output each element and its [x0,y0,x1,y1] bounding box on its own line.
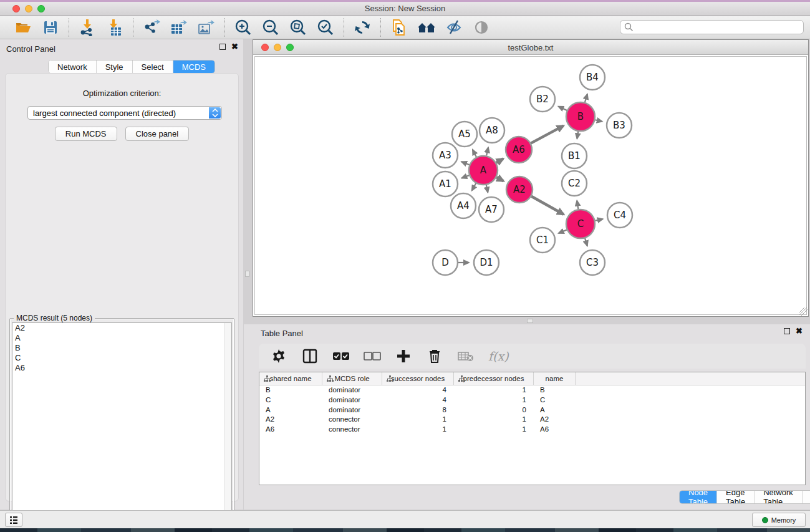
search-field[interactable] [620,20,804,34]
close-panel-button[interactable]: Close panel [125,127,190,141]
edge-A-A3[interactable] [461,162,470,165]
node-C[interactable]: C [566,210,595,238]
cell-shared-name[interactable]: C [259,395,322,405]
cell-shared-name[interactable]: A2 [259,415,322,425]
cell-shared-name[interactable]: A [259,405,322,415]
delete-column-icon[interactable] [426,347,443,365]
cell-predecessor-nodes[interactable]: 1 [454,425,534,435]
refresh-icon[interactable] [353,18,372,37]
network-canvas[interactable]: AA6A2BCA1A3A4A5A7A8B1B2B3B4C1C2C3C4DD1 [254,56,807,315]
cell-MCDS-role[interactable]: dominator [322,385,382,395]
show-columns-icon[interactable] [301,347,319,365]
open-folder-icon[interactable] [14,18,32,37]
edge-B-B3[interactable] [595,120,602,122]
float-table-panel-icon[interactable] [784,328,790,334]
search-input[interactable] [634,23,803,32]
horizontal-splitter-grip[interactable] [527,319,533,323]
edge-C-C3[interactable] [585,238,587,246]
cell-name[interactable]: A6 [534,425,576,435]
cell-name[interactable]: C [534,395,576,405]
zoom-out-icon[interactable] [261,18,280,37]
cell-MCDS-role[interactable]: connector [322,415,382,425]
export-image-icon[interactable] [197,18,216,37]
column-header-predecessor-nodes[interactable]: predecessor nodes [454,372,534,385]
table-row[interactable]: Bdominator41B [259,385,805,395]
table-row[interactable]: Adominator80A [259,405,805,415]
edge-A6-B[interactable] [531,126,563,143]
node-A2[interactable]: A2 [506,177,533,203]
mcds-result-item[interactable]: B [12,343,231,353]
edge-B-B4[interactable] [585,94,587,102]
node-A8[interactable]: A8 [480,118,504,143]
vertical-splitter-grip[interactable] [245,271,249,277]
export-network-icon[interactable] [142,18,161,37]
node-A[interactable]: A [469,156,498,185]
memory-button[interactable]: Memory [752,513,806,527]
table-row[interactable]: A2connector11A2 [259,415,805,425]
cell-predecessor-nodes[interactable]: 0 [454,405,534,415]
edge-A-A2[interactable] [496,177,503,181]
node-B1[interactable]: B1 [562,143,587,168]
float-panel-icon[interactable] [219,44,226,50]
edge-A-A7[interactable] [486,185,488,193]
table-row[interactable]: A6connector11A6 [259,425,805,435]
tab-node-table[interactable]: Node Table [680,491,717,503]
node-D1[interactable]: D1 [474,250,499,275]
edge-A-A5[interactable] [473,150,476,157]
column-header-successor-nodes[interactable]: successor nodes [382,372,454,385]
node-table[interactable]: shared nameMCDS rolesuccessor nodesprede… [259,372,806,485]
cell-shared-name[interactable]: B [259,385,322,395]
node-C4[interactable]: C4 [607,203,632,228]
tab-style[interactable]: Style [97,60,133,73]
cell-shared-name[interactable]: A6 [259,425,322,435]
edge-A-A4[interactable] [472,183,476,191]
mcds-result-item[interactable]: A6 [12,363,231,373]
node-D[interactable]: D [433,250,458,275]
cell-successor-nodes[interactable]: 4 [382,385,454,395]
edge-A-A6[interactable] [496,159,503,163]
close-panel-icon[interactable]: ✖ [231,44,238,50]
tab-edge-table[interactable]: Edge Table [717,491,755,503]
tab-motifs[interactable]: Motifs [803,491,810,503]
import-network-icon[interactable] [78,18,97,37]
column-header-MCDS-role[interactable]: MCDS role [322,372,382,385]
table-row[interactable]: Cdominator41C [259,395,805,405]
cell-predecessor-nodes[interactable]: 1 [454,385,534,395]
node-C2[interactable]: C2 [562,171,587,196]
node-A6[interactable]: A6 [506,137,532,163]
node-A7[interactable]: A7 [479,197,504,222]
cell-MCDS-role[interactable]: dominator [322,395,382,405]
column-header-name[interactable]: name [534,372,576,385]
run-mcds-button[interactable]: Run MCDS [55,127,117,141]
cell-name[interactable]: A2 [534,415,576,425]
add-column-icon[interactable] [395,347,412,365]
edge-A-A1[interactable] [461,175,469,178]
cell-name[interactable]: B [534,385,576,395]
edge-C-C4[interactable] [595,219,602,221]
node-B4[interactable]: B4 [580,65,605,90]
node-A1[interactable]: A1 [433,172,458,196]
node-C1[interactable]: C1 [530,228,555,253]
mcds-result-item[interactable]: C [12,353,231,363]
settings-gear-icon[interactable] [270,347,287,365]
network-graph[interactable]: AA6A2BCA1A3A4A5A7A8B1B2B3B4C1C2C3C4DD1 [255,57,808,316]
node-C3[interactable]: C3 [580,250,605,275]
node-A3[interactable]: A3 [433,143,458,168]
tab-network[interactable]: Network [49,60,97,73]
tab-mcds[interactable]: MCDS [173,60,215,73]
select-all-checkboxes-icon[interactable] [332,347,350,365]
window-resize-grip[interactable] [799,307,808,316]
export-table-icon[interactable] [170,18,188,37]
save-session-icon[interactable] [41,18,60,37]
cell-successor-nodes[interactable]: 8 [382,405,454,415]
cell-predecessor-nodes[interactable]: 1 [454,395,534,405]
node-A5[interactable]: A5 [452,122,477,147]
zoom-selected-icon[interactable] [316,18,335,37]
result-scrollbar[interactable] [224,323,231,530]
tab-network-table[interactable]: Network Table [755,491,803,503]
node-A4[interactable]: A4 [451,193,476,218]
tab-select[interactable]: Select [133,60,173,73]
birdseye-view-icon[interactable] [472,18,491,37]
node-B[interactable]: B [566,102,595,131]
cell-name[interactable]: A [534,405,576,415]
